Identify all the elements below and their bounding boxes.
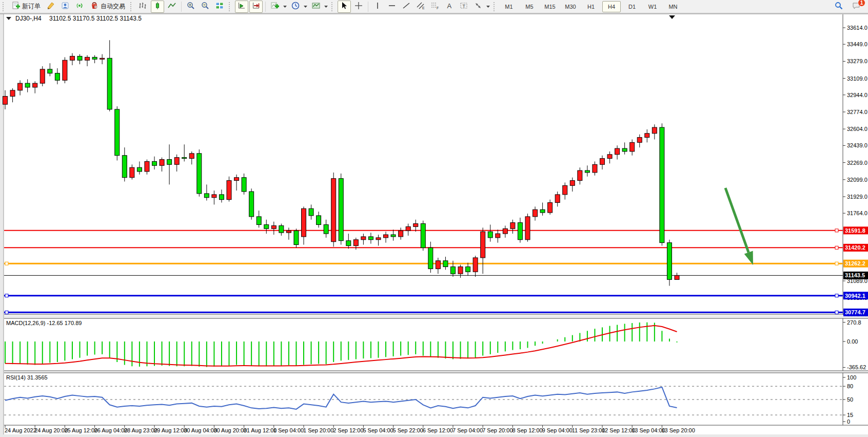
text-label-icon: T [459, 1, 468, 12]
candle-body [652, 127, 657, 134]
zoom-out-button[interactable] [199, 1, 212, 13]
chart-shift-button[interactable] [249, 1, 263, 13]
candle-body [40, 69, 45, 83]
hline-handle[interactable] [835, 311, 838, 314]
fibonacci-tool-button[interactable]: F [428, 1, 442, 13]
timeframe-toolbar: M1M5M15M30H1H4D1W1MN [500, 1, 682, 12]
text-label-tool-button[interactable]: T [457, 1, 470, 13]
candle-body [77, 56, 82, 60]
trading-terminal-window: { "toolbar": { "new_order_label": "新订单",… [0, 0, 868, 437]
hline-handle[interactable] [5, 311, 8, 314]
candle-body [25, 83, 30, 87]
price-badge-label: 30942.1 [845, 293, 865, 299]
hline-handle[interactable] [835, 262, 838, 265]
templates-dropdown-caret[interactable] [324, 1, 329, 12]
notifications-button[interactable]: 1 [850, 1, 863, 13]
indicators-dropdown-caret[interactable] [283, 1, 288, 12]
hline-handle[interactable] [835, 229, 838, 232]
toolbar-grip[interactable] [331, 2, 335, 11]
search-button[interactable] [832, 1, 845, 13]
candle-body [242, 178, 246, 192]
chart-window: 270.80.00-365.62 1008050150 33614.033449… [0, 13, 868, 437]
timeframe-button-M1[interactable]: M1 [500, 1, 518, 12]
time-axis-label: 5 Sep 22:00 [393, 427, 423, 433]
tile-windows-button[interactable] [213, 1, 226, 13]
indicators-button[interactable] [268, 1, 282, 13]
candle-body [555, 195, 560, 203]
candle-body [451, 267, 456, 274]
profile-button[interactable] [58, 1, 72, 13]
candle-body [48, 69, 52, 73]
arrows-dropdown-caret[interactable] [486, 1, 491, 12]
candle-body [160, 160, 164, 166]
hline-handle[interactable] [835, 294, 838, 297]
timeframe-button-MN[interactable]: MN [664, 1, 682, 12]
time-axis-label: 2 Sep 12:00 [333, 427, 363, 433]
candle-body [130, 167, 134, 178]
signal-icon [75, 1, 84, 12]
auto-scroll-button[interactable] [235, 1, 248, 13]
period-button[interactable] [289, 1, 302, 13]
price-tick-label: 31929.0 [847, 194, 867, 200]
candle-body [622, 148, 627, 151]
panel-splitter[interactable] [4, 315, 868, 318]
text-tool-button[interactable]: A [443, 1, 456, 13]
arrows-tool-button[interactable] [471, 1, 485, 13]
hline-handle[interactable] [835, 246, 838, 249]
panel-splitter[interactable] [4, 372, 868, 373]
candle-body [391, 235, 396, 237]
zoom-in-button[interactable] [184, 1, 198, 13]
auto-trading-button[interactable]: 自动交易 [87, 1, 128, 13]
hline-handle[interactable] [5, 262, 8, 265]
timeframe-button-M15[interactable]: M15 [541, 1, 559, 12]
hline-handle[interactable] [5, 294, 8, 297]
price-tick-label: 31764.0 [847, 210, 867, 216]
time-axis-label: 5 Sep 04:00 [363, 427, 393, 433]
candle-body [533, 210, 538, 217]
bar-chart-mode-button[interactable] [136, 1, 150, 13]
candle-body [488, 232, 492, 238]
time-axis-label: 26 Aug 04:00 [94, 427, 128, 433]
toolbar-grip[interactable] [130, 2, 134, 11]
candle-body [630, 142, 635, 151]
price-tick-label: 32269.0 [847, 160, 867, 166]
chart-canvas[interactable]: 270.80.00-365.62 1008050150 33614.033449… [0, 13, 868, 437]
add-indicator-icon [270, 1, 280, 12]
new-order-button[interactable]: 新订单 [9, 1, 43, 13]
cursor-tool-button[interactable] [338, 1, 351, 13]
toolbar-grip[interactable] [494, 2, 497, 11]
signal-button[interactable] [73, 1, 86, 13]
horizontal-line-tool-button[interactable] [385, 1, 399, 13]
timeframe-button-H1[interactable]: H1 [582, 1, 600, 12]
timeframe-button-M30[interactable]: M30 [561, 1, 580, 12]
toolbar-grip[interactable] [3, 2, 6, 11]
candle-body [637, 138, 642, 143]
candlestick-mode-button[interactable] [151, 1, 164, 13]
notification-badge: 1 [858, 0, 865, 7]
chart-title-symbol: DJ30-,H4 [15, 15, 42, 22]
timeframe-button-D1[interactable]: D1 [623, 1, 641, 12]
time-axis-label: 8 Sep 12:00 [512, 427, 542, 433]
crosshair-style-button[interactable] [44, 1, 57, 13]
rsi-tick-label: 100 [847, 374, 856, 381]
price-badge-label: 31591.8 [845, 227, 865, 234]
templates-button[interactable] [309, 1, 323, 13]
toolbar-grip[interactable] [229, 2, 232, 11]
time-axis-label: 30 Aug 20:00 [213, 427, 247, 433]
auto-scroll-icon [237, 1, 246, 12]
zoom-in-icon [186, 1, 195, 12]
line-chart-mode-button[interactable] [165, 1, 179, 13]
timeframe-button-H4[interactable]: H4 [602, 1, 621, 12]
vertical-line-tool-button[interactable] [371, 1, 384, 13]
new-order-icon [11, 1, 21, 12]
timeframe-button-M5[interactable]: M5 [520, 1, 539, 12]
time-axis-label: 31 Aug 12:00 [244, 427, 277, 433]
trendline-tool-button[interactable] [400, 1, 413, 13]
equidistant-channel-tool-button[interactable]: E [414, 1, 427, 13]
candle-body [257, 217, 261, 225]
timeframe-button-W1[interactable]: W1 [643, 1, 662, 12]
period-dropdown-caret[interactable] [303, 1, 308, 12]
crosshair-tool-button[interactable] [352, 1, 365, 13]
vertical-line-icon [373, 1, 382, 12]
candle-body [578, 170, 582, 181]
